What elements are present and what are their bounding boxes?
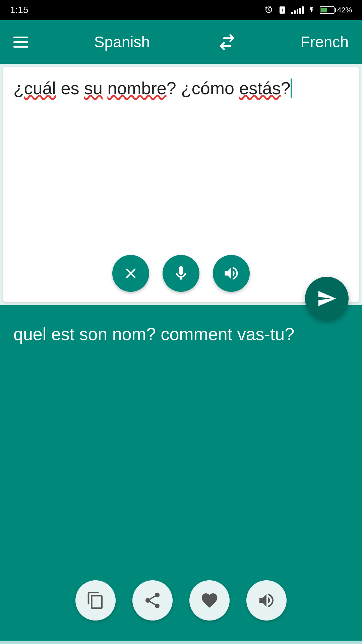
alarm-icon	[264, 6, 273, 14]
sim-icon	[278, 6, 287, 14]
share-button[interactable]	[132, 580, 173, 621]
battery-container: 42%	[320, 6, 352, 14]
menu-button[interactable]	[13, 37, 28, 48]
listen-input-button[interactable]	[213, 255, 250, 292]
heart-icon	[200, 591, 219, 610]
menu-line-2	[13, 41, 28, 43]
text-space1	[103, 78, 107, 98]
battery-icon	[320, 6, 335, 14]
send-button[interactable]	[305, 277, 349, 320]
text-nombre: nombre	[107, 78, 166, 98]
battery-percent: 42%	[337, 6, 352, 14]
top-bar: Spanish French	[0, 20, 362, 64]
input-card[interactable]: ¿cuál es su nombre? ¿cómo estás?	[3, 67, 359, 302]
copy-icon	[86, 591, 105, 610]
text-estas: estás	[239, 78, 281, 98]
favorite-button[interactable]	[189, 580, 230, 621]
main-content: ¿cuál es su nombre? ¿cómo estás? quel es…	[0, 64, 362, 641]
text-su: su	[84, 78, 103, 98]
output-section: quel est son nom? comment vas-tu?	[0, 305, 362, 641]
status-bar: 1:15 42%	[0, 0, 362, 20]
input-text: ¿cuál es su nombre? ¿cómo estás?	[13, 77, 349, 100]
text-cual: cuál	[24, 78, 56, 98]
input-actions	[112, 255, 250, 292]
microphone-icon	[172, 265, 190, 282]
target-language[interactable]: French	[301, 33, 349, 51]
listen-output-button[interactable]	[246, 580, 287, 621]
swap-languages-button[interactable]	[214, 33, 236, 51]
text-inverted-question: ¿	[13, 78, 24, 98]
source-language[interactable]: Spanish	[94, 33, 150, 51]
status-icons: 42%	[264, 6, 352, 14]
text-cursor: ?	[281, 78, 292, 98]
output-actions	[75, 580, 287, 621]
send-icon	[317, 288, 337, 309]
status-time: 1:15	[10, 5, 28, 15]
clear-button[interactable]	[112, 255, 149, 292]
input-section: ¿cuál es su nombre? ¿cómo estás?	[0, 64, 362, 305]
volume-output-icon	[257, 591, 276, 610]
menu-line-3	[13, 46, 28, 48]
text-es: es	[56, 78, 84, 98]
microphone-button[interactable]	[163, 255, 199, 292]
menu-line-1	[13, 37, 28, 38]
copy-button[interactable]	[75, 580, 116, 621]
volume-icon	[223, 265, 240, 282]
share-icon	[143, 591, 162, 610]
close-icon	[122, 265, 139, 282]
output-text: quel est son nom? comment vas-tu?	[13, 322, 349, 346]
charging-icon	[308, 6, 315, 14]
signal-icon	[291, 6, 304, 14]
text-question1: ? ¿cómo	[167, 78, 239, 98]
